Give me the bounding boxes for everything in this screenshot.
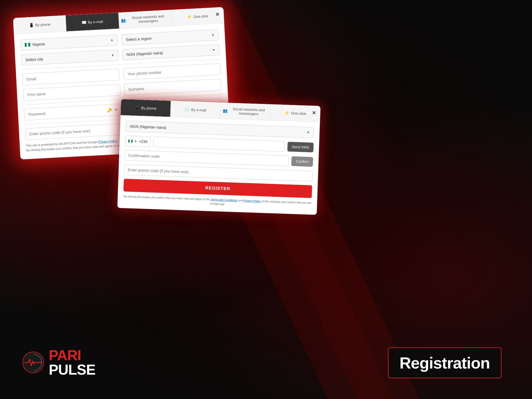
email-input[interactable]	[22, 68, 120, 85]
phone-tab-by-phone-label: By phone	[141, 106, 156, 111]
country-chevron-icon: ▼	[110, 38, 114, 42]
password-input-wrap: 🔑 👁	[24, 104, 122, 120]
country-select[interactable]: Nigeria ▼	[20, 35, 118, 51]
phone-legal-text-1: By clicking this button you confirm that…	[124, 195, 210, 201]
phone-number-row: ▼ +234 Send SMS	[125, 135, 314, 153]
email-input-wrap	[22, 68, 120, 85]
page-content: × 📱 By phone ✉️ By e-mail 👥 Social netwo…	[0, 0, 532, 399]
phone-currency-chevron: ▼	[306, 131, 310, 134]
phone-registration-modal: × 📱 By phone ✉️ By e-mail 👥 Social netwo…	[117, 99, 320, 215]
tab-by-phone[interactable]: 📱 By phone	[13, 15, 66, 34]
city-chevron-icon: ▼	[111, 53, 114, 57]
firstname-input-wrap	[23, 84, 121, 101]
tab-by-email-label: By e-mail	[88, 19, 103, 24]
key-icon: 🔑	[107, 108, 112, 112]
password-icons: 🔑 👁	[107, 108, 118, 112]
phone-tab-one-click-label: One-click	[291, 111, 306, 116]
phone-modal-close-button[interactable]: ×	[312, 109, 316, 116]
country-select-left: Nigeria	[25, 42, 45, 47]
email-tab-icon: ✉️	[81, 20, 86, 25]
phone-currency-row: NGN (Nigerian naira) ▼	[126, 121, 314, 138]
password-input[interactable]	[24, 104, 122, 120]
registration-badge: Registration	[388, 347, 502, 378]
paripulse-logo-icon	[22, 351, 44, 374]
currency-value: NGN (Nigerian naira)	[126, 50, 163, 57]
region-select-wrap: Select a region ▼	[121, 29, 219, 45]
nigeria-flag	[25, 43, 30, 47]
city-placeholder: Select city	[25, 57, 44, 62]
currency-chevron-icon: ▼	[212, 48, 216, 52]
country-value: Nigeria	[32, 42, 45, 47]
phone-prefix-value: +234	[139, 139, 147, 144]
phone-tab-phone-icon: 📱	[135, 105, 140, 110]
phone-tab-oneclick-icon: ⚡	[285, 111, 290, 115]
social-tab-icon: 👥	[121, 18, 126, 23]
and-text: and	[238, 199, 243, 202]
phone-tab-social-icon: 👥	[223, 108, 228, 113]
tab-one-click-label: One-click	[193, 14, 208, 19]
confirmation-code-input[interactable]	[124, 150, 289, 166]
tab-social[interactable]: 👥 Social networks and messengers	[118, 10, 172, 29]
phone-input-wrap	[123, 63, 221, 80]
phone-tab-by-phone[interactable]: 📱 By phone	[121, 99, 171, 117]
privacy-policy-link[interactable]: Privacy Policy	[98, 139, 117, 144]
eye-icon[interactable]: 👁	[114, 108, 118, 112]
tab-by-phone-label: By phone	[35, 22, 51, 27]
confirm-button[interactable]: Confirm	[291, 156, 313, 167]
send-sms-button[interactable]: Send SMS	[287, 142, 314, 152]
phone-nigeria-flag	[128, 139, 133, 143]
phone-input[interactable]	[123, 63, 221, 80]
phone-modal-body: NGN (Nigerian naira) ▼ ▼ +234 Send SMS	[117, 116, 320, 215]
surname-input[interactable]	[124, 79, 222, 95]
phone-tab-email-icon: ✉️	[185, 107, 190, 112]
terms-link[interactable]: Terms and Conditions	[211, 198, 237, 202]
logo-pulse: PULSE	[49, 362, 95, 377]
logo-area: PARI PULSE	[22, 348, 95, 377]
phone-tab-social[interactable]: 👥 Social networks and messengers	[220, 103, 271, 120]
tab-by-email[interactable]: ✉️ By e-mail	[66, 12, 119, 31]
tab-social-label: Social networks and messengers	[127, 14, 169, 24]
currency-select[interactable]: NGN (Nigerian naira) ▼	[122, 44, 220, 60]
city-select-wrap: Select city ▼	[21, 50, 119, 66]
region-select[interactable]: Select a region ▼	[121, 29, 219, 45]
logo-text: PARI PULSE	[49, 348, 95, 377]
city-select[interactable]: Select city ▼	[21, 50, 119, 66]
currency-select-wrap: NGN (Nigerian naira) ▼	[122, 44, 220, 60]
registration-label: Registration	[400, 354, 490, 372]
phone-privacy-link[interactable]: Privacy Policy	[244, 199, 261, 203]
phone-currency-value: NGN (Nigerian naira)	[130, 124, 166, 130]
region-placeholder: Select a region	[126, 36, 152, 42]
phone-prefix-wrap[interactable]: ▼ +234	[125, 135, 151, 147]
confirmation-row: Confirm	[124, 150, 313, 167]
phone-promo-input[interactable]	[124, 164, 313, 181]
phone-tab-by-email-label: By e-mail	[191, 108, 206, 112]
country-select-wrap: Nigeria ▼	[20, 35, 118, 51]
phone-tab-social-label: Social networks and messengers	[229, 107, 268, 116]
phone-currency-select[interactable]: NGN (Nigerian naira) ▼	[126, 121, 314, 138]
region-chevron-icon: ▼	[211, 33, 215, 37]
phone-tab-icon: 📱	[29, 23, 34, 27]
logo-pari: PARI	[49, 348, 95, 362]
firstname-input[interactable]	[23, 84, 121, 101]
chevron-down-icon: ▼	[134, 140, 137, 143]
surname-input-wrap	[124, 79, 222, 95]
phone-tab-by-email[interactable]: ✉️ By e-mail	[170, 101, 221, 119]
close-button[interactable]: ×	[216, 11, 219, 18]
phone-number-input[interactable]	[153, 137, 285, 152]
oneclick-tab-icon: ⚡	[187, 15, 192, 19]
